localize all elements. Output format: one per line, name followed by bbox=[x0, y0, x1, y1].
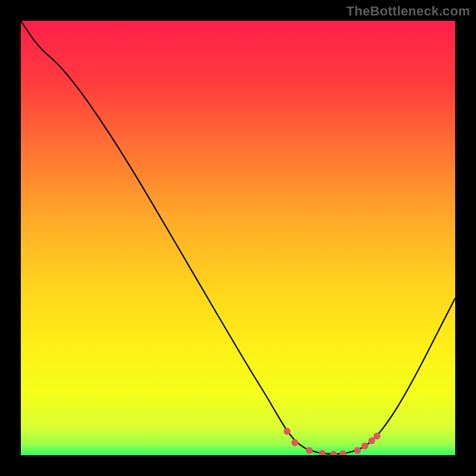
marker-dot bbox=[361, 443, 368, 450]
marker-dot bbox=[374, 433, 381, 440]
marker-dot bbox=[284, 428, 291, 435]
plot-area bbox=[21, 21, 455, 455]
marker-dot bbox=[306, 447, 313, 454]
chart-frame: TheBottleneck.com bbox=[0, 0, 476, 476]
marker-dot bbox=[292, 439, 299, 446]
gradient-background bbox=[21, 21, 455, 455]
bottleneck-chart-svg bbox=[21, 21, 455, 455]
watermark-text: TheBottleneck.com bbox=[346, 4, 470, 19]
marker-dot bbox=[368, 437, 375, 444]
marker-dot bbox=[354, 447, 361, 454]
